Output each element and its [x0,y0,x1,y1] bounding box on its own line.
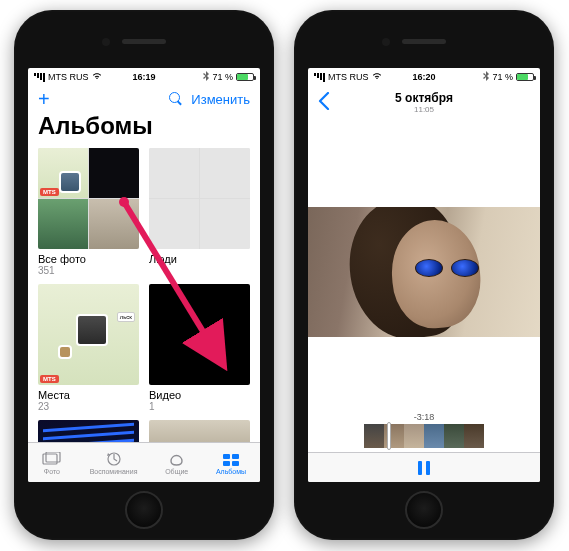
album-title: Все фото [38,253,139,265]
album-title: Места [38,389,139,401]
album-thumb: MTS [38,148,139,249]
page-title: Альбомы [28,110,260,148]
device-frame-left: MTS RUS 16:19 71 % + Изменить Альбомы [14,10,274,540]
albums-icon [221,451,241,467]
speaker [122,39,166,44]
status-bar: MTS RUS 16:20 71 % [308,68,540,86]
svg-rect-6 [232,461,239,466]
edit-button[interactable]: Изменить [191,92,250,107]
filmstrip-scrubber[interactable] [308,424,540,448]
map-label: льск [117,312,135,322]
scrubber-area: -3:18 [308,412,540,450]
wifi-icon [372,72,382,82]
home-button[interactable] [405,491,443,529]
bluetooth-icon [203,71,209,83]
svg-rect-4 [232,454,239,459]
battery-pct: 71 % [492,72,513,82]
player-title: 5 октября [308,91,540,105]
svg-rect-3 [223,454,230,459]
tab-bar: Фото Воспоминания Общие Альбомы [28,442,260,482]
albums-grid: MTS Все фото 351 Люди MTS [28,148,260,450]
tab-photos[interactable]: Фото [42,451,62,475]
album-people[interactable]: Люди [149,148,250,276]
playhead[interactable] [387,422,391,450]
device-frame-right: MTS RUS 16:20 71 % 5 октября 11:05 [294,10,554,540]
album-count: 1 [149,401,250,412]
tab-label: Воспоминания [90,468,138,475]
album-places[interactable]: MTS льск Места 23 [38,284,139,412]
album-count: 351 [38,265,139,276]
tab-label: Фото [44,468,60,475]
search-icon[interactable] [169,92,183,106]
add-button[interactable]: + [38,89,50,109]
album-thumb [149,284,250,385]
carrier-label: MTS RUS [48,72,89,82]
screen-left: MTS RUS 16:19 71 % + Изменить Альбомы [28,68,260,482]
video-area[interactable] [308,118,540,426]
speaker [402,39,446,44]
battery-pct: 71 % [212,72,233,82]
player-title-wrap: 5 октября 11:05 [308,91,540,114]
album-videos[interactable]: Видео 1 [149,284,250,412]
video-frame [308,207,540,337]
album-all-photos[interactable]: MTS Все фото 351 [38,148,139,276]
tab-label: Общие [165,468,188,475]
tab-memories[interactable]: Воспоминания [90,451,138,475]
wifi-icon [92,72,102,82]
album-title: Видео [149,389,250,401]
shared-icon [167,451,187,467]
back-button[interactable] [318,92,330,113]
tab-albums[interactable]: Альбомы [216,451,246,475]
play-controls [308,452,540,482]
tab-shared[interactable]: Общие [165,451,188,475]
carrier-label: MTS RUS [328,72,369,82]
battery-icon [516,73,534,81]
nav-bar: + Изменить [28,86,260,110]
bluetooth-icon [483,71,489,83]
memories-icon [104,451,124,467]
album-thumb: MTS льск [38,284,139,385]
home-button[interactable] [125,491,163,529]
album-title: Люди [149,253,250,265]
screen-right: MTS RUS 16:20 71 % 5 октября 11:05 [308,68,540,482]
tab-label: Альбомы [216,468,246,475]
album-thumb [149,148,250,249]
battery-icon [236,73,254,81]
front-camera [382,38,390,46]
player-nav: 5 октября 11:05 [308,86,540,118]
status-bar: MTS RUS 16:19 71 % [28,68,260,86]
svg-rect-5 [223,461,230,466]
player-subtitle: 11:05 [308,105,540,114]
front-camera [102,38,110,46]
album-count: 23 [38,401,139,412]
signal-icon [314,73,325,82]
time-remaining: -3:18 [308,412,540,424]
pause-button[interactable] [418,461,430,475]
photos-icon [42,451,62,467]
signal-icon [34,73,45,82]
